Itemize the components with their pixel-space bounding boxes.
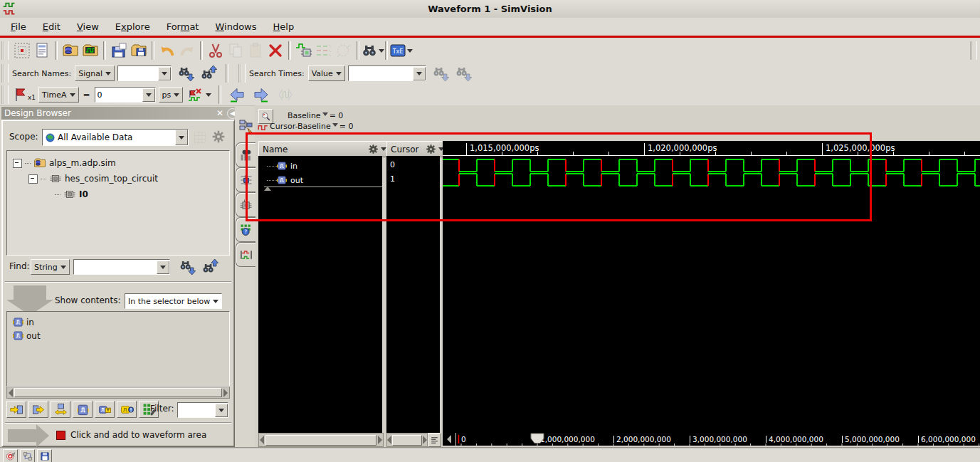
menu-format[interactable]: Format	[162, 19, 204, 34]
time-selector[interactable]: TimeA	[38, 87, 78, 103]
search-button[interactable]	[362, 41, 382, 61]
send-both-ways-button[interactable]	[51, 401, 70, 418]
signal-button[interactable]	[73, 401, 93, 418]
time-toolbar-handle[interactable]	[1, 85, 9, 104]
time-unit-select[interactable]: ps	[159, 87, 184, 103]
search-times-type-select[interactable]: Value	[308, 65, 345, 81]
search-toolbar-handle[interactable]	[1, 64, 9, 83]
open-database-button[interactable]	[60, 41, 80, 61]
select-signals-button[interactable]	[12, 41, 32, 61]
time-flag-icon[interactable]	[12, 86, 29, 103]
search-times-input[interactable]	[349, 68, 413, 79]
search-names-type-select[interactable]: Signal	[75, 65, 115, 81]
side-tab-binoculars-columns[interactable]	[236, 142, 255, 167]
chevron-down-icon[interactable]	[206, 93, 211, 100]
scroll-right-icon[interactable]	[378, 436, 382, 444]
ungroup-signals-button[interactable]	[294, 41, 314, 61]
undo-button[interactable]	[157, 41, 177, 61]
gear-icon[interactable]	[426, 144, 436, 154]
side-tab-wave-compare[interactable]	[236, 242, 255, 267]
search-names-next-icon[interactable]	[177, 65, 194, 82]
list-item-in[interactable]: in	[7, 315, 229, 329]
next-edge-icon[interactable]	[253, 86, 270, 103]
side-tab-component-chip[interactable]	[236, 192, 255, 217]
menu-windows[interactable]: Windows	[210, 19, 261, 34]
name-column-body[interactable]: inout	[258, 156, 382, 433]
expander-icon[interactable]	[28, 174, 38, 184]
save-button[interactable]	[109, 41, 129, 61]
add-to-waveform-button[interactable]	[6, 401, 26, 418]
search-names-dropdown-button[interactable]	[158, 67, 171, 80]
tree-item-alps_m.adp.sim[interactable]: alps_m.adp.sim	[7, 155, 229, 171]
tree-item-hes_cosim_top_circuit[interactable]: hes_cosim_top_circuit	[7, 171, 229, 187]
previous-edge-icon[interactable]	[228, 86, 246, 103]
memory-view-button[interactable]	[32, 41, 52, 61]
save-session-button[interactable]	[37, 449, 52, 462]
expander-icon[interactable]	[13, 159, 22, 168]
scrollbar-thumb[interactable]	[392, 435, 422, 446]
name-hscrollbar[interactable]	[258, 433, 384, 447]
scroll-left-icon[interactable]	[387, 436, 391, 444]
find-prev-icon[interactable]	[201, 258, 218, 275]
find-next-icon[interactable]	[179, 258, 196, 275]
cut-button[interactable]	[206, 41, 226, 61]
chevron-down-icon[interactable]	[381, 147, 386, 154]
toolbar-handle-right[interactable]	[970, 41, 977, 60]
menu-file[interactable]: File	[6, 19, 31, 34]
search-times-dropdown-button[interactable]	[413, 67, 426, 80]
tree-edit-icon[interactable]	[238, 118, 255, 135]
cursor-column-body[interactable]: 01	[386, 156, 440, 433]
signal-list-button[interactable]	[428, 433, 441, 447]
scroll-left-icon[interactable]	[9, 389, 13, 397]
signal-tx-button[interactable]	[95, 401, 115, 418]
chevron-down-icon[interactable]	[322, 112, 328, 119]
find-input[interactable]	[74, 261, 157, 273]
find-dropdown-button[interactable]	[157, 261, 169, 274]
search-times-handle[interactable]	[238, 64, 246, 83]
scope-dropdown-button[interactable]	[175, 130, 188, 145]
side-tab-schematic[interactable]	[236, 167, 255, 192]
reinvoke-button[interactable]	[20, 449, 35, 462]
menu-view[interactable]: View	[72, 19, 104, 34]
delete-button[interactable]	[265, 41, 285, 61]
open-database-waveform-button[interactable]	[80, 41, 100, 61]
menu-explore[interactable]: Explore	[110, 19, 155, 34]
scroll-left-icon[interactable]	[260, 436, 264, 444]
delete-marker-icon[interactable]	[187, 86, 204, 103]
menu-edit[interactable]: Edit	[38, 19, 65, 34]
save-as-button[interactable]	[129, 41, 149, 61]
gear-icon[interactable]	[368, 144, 379, 154]
cursor-hscrollbar[interactable]	[386, 433, 428, 447]
target-button[interactable]	[3, 449, 18, 462]
toolbar-handle[interactable]	[1, 41, 9, 60]
side-tab-grid-help[interactable]: ?	[236, 217, 255, 242]
name-column-header[interactable]: Name	[258, 141, 391, 157]
find-type-select[interactable]: String	[31, 259, 70, 275]
filter-dropdown-button[interactable]	[215, 404, 228, 417]
gear-icon[interactable]	[211, 130, 226, 144]
send-to-target-button[interactable]	[28, 401, 48, 418]
scope-select[interactable]: All Available Data	[42, 129, 189, 146]
time-value-dropdown-button[interactable]	[142, 88, 155, 102]
waveform-canvas[interactable]: 1,015,000,000ps1,020,000,000ps1,025,000,…	[443, 141, 980, 433]
text-editor-button[interactable]: TxE	[391, 41, 411, 61]
browser-hscrollbar[interactable]	[6, 387, 230, 399]
wave-signal-row-in[interactable]: in	[258, 159, 297, 173]
search-names-input[interactable]	[118, 68, 158, 79]
scroll-right-icon[interactable]	[223, 389, 228, 397]
close-icon[interactable]: ✕	[213, 108, 227, 118]
scrollbar-thumb[interactable]	[265, 435, 376, 446]
list-item-out[interactable]: out	[7, 329, 229, 342]
filter-input[interactable]	[178, 404, 215, 416]
scroll-right-icon[interactable]	[423, 436, 427, 444]
menu-help[interactable]: Help	[268, 19, 300, 34]
timeline-overview[interactable]: 01,000,000,0002,000,000,0003,000,000,000…	[456, 433, 980, 446]
chevron-down-icon[interactable]	[332, 123, 338, 130]
time-value-input[interactable]	[95, 89, 142, 100]
show-contents-select[interactable]: In the selector below	[125, 293, 222, 309]
scrollbar-thumb[interactable]	[14, 388, 222, 397]
search-names-prev-icon[interactable]	[200, 65, 217, 82]
signal-alert-button[interactable]	[117, 401, 137, 418]
cursor-column-header[interactable]: Cursor	[386, 141, 448, 157]
overview-scroll-left[interactable]	[443, 433, 455, 446]
